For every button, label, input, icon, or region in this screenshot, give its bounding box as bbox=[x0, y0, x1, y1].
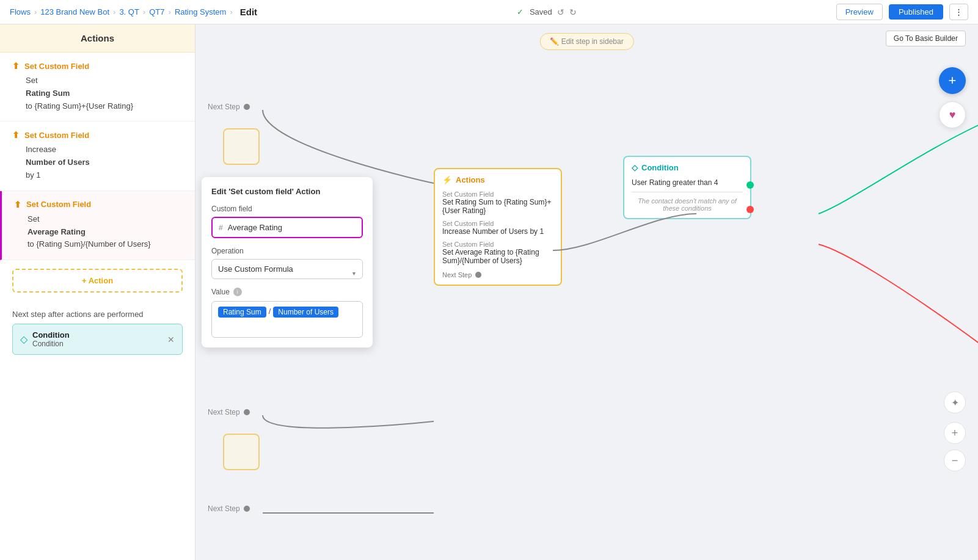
connector-dot-mid bbox=[244, 409, 250, 415]
remove-next-step-button[interactable]: ✕ bbox=[167, 335, 175, 344]
edit-panel-title: Edit 'Set custom field' Action bbox=[211, 187, 363, 196]
custom-field-label: Custom field bbox=[211, 205, 363, 213]
condition-icon-sidebar: ◇ bbox=[20, 333, 27, 345]
breadcrumb-qt7[interactable]: QT7 bbox=[149, 7, 164, 16]
page-title: Edit bbox=[240, 7, 257, 17]
action3-title: ⬆ Set Custom Field bbox=[14, 200, 183, 209]
saved-text: Saved bbox=[530, 7, 552, 16]
next-step-card-subtitle: Condition bbox=[32, 340, 70, 348]
yellow-stub-top bbox=[223, 128, 260, 165]
action-item-1[interactable]: ⬆ Set Custom Field Set Rating Sum to {Ra… bbox=[0, 53, 195, 122]
next-step-label-bottom: Next Step bbox=[208, 504, 250, 513]
node-step-row: Next Step bbox=[442, 271, 553, 278]
saved-check-icon: ✓ bbox=[517, 7, 524, 16]
magic-fab[interactable]: ✦ bbox=[944, 391, 966, 413]
next-step-label-mid: Next Step bbox=[208, 408, 250, 416]
sep4: › bbox=[169, 7, 171, 16]
next-step-label: Next step after actions are performed bbox=[12, 310, 183, 319]
favorite-fab[interactable]: ♥ bbox=[939, 101, 966, 128]
condition-dot-red bbox=[746, 206, 754, 213]
tag-number-users[interactable]: Number of Users bbox=[273, 307, 338, 318]
condition-dot-green bbox=[746, 181, 754, 189]
sep3: › bbox=[143, 7, 145, 16]
yellow-stub-bottom bbox=[223, 434, 260, 470]
action1-body: Set Rating Sum to {Rating Sum}+{User Rat… bbox=[12, 75, 183, 112]
sep1: › bbox=[34, 7, 37, 16]
operation-label: Operation bbox=[211, 247, 363, 255]
edit-hint-text: ✏️ Edit step in sidebar bbox=[550, 37, 623, 46]
hash-icon: # bbox=[219, 224, 223, 232]
breadcrumb-flows[interactable]: Flows bbox=[10, 7, 31, 16]
upload-icon-2: ⬆ bbox=[12, 130, 20, 140]
custom-field-input[interactable]: # Average Rating bbox=[211, 217, 363, 238]
sep2: › bbox=[113, 7, 115, 16]
actions-node-header: ⚡ Actions bbox=[442, 175, 553, 184]
info-icon: i bbox=[233, 288, 242, 296]
operation-select[interactable]: Use Custom Formula Set Increase Decrease bbox=[211, 259, 363, 279]
action2-title: ⬆ Set Custom Field bbox=[12, 130, 183, 140]
zoom-in-fab[interactable]: + bbox=[944, 422, 966, 444]
redo-button[interactable]: ↻ bbox=[569, 7, 577, 17]
action3-body: Set Average Rating to {Rating Sum}/{Numb… bbox=[14, 213, 183, 251]
value-label: Value bbox=[211, 288, 230, 296]
condition-canvas-node[interactable]: ◇ Condition User Rating greater than 4 T… bbox=[623, 156, 751, 219]
actions-step-dot bbox=[475, 272, 481, 278]
sidebar: Actions ⬆ Set Custom Field Set Rating Su… bbox=[0, 24, 195, 560]
undo-button[interactable]: ↺ bbox=[557, 7, 564, 17]
sep5: › bbox=[230, 7, 232, 16]
value-area[interactable]: Rating Sum / Number of Users bbox=[211, 301, 363, 338]
action1-title: ⬆ Set Custom Field bbox=[12, 61, 183, 71]
breadcrumb-rating[interactable]: Rating System bbox=[175, 7, 227, 16]
add-step-fab[interactable]: + bbox=[939, 67, 966, 94]
more-options-button[interactable]: ⋮ bbox=[949, 4, 968, 20]
action-item-3[interactable]: ⬆ Set Custom Field Set Average Rating to… bbox=[0, 191, 195, 260]
connector-dot-top bbox=[244, 104, 250, 110]
zoom-out-fab[interactable]: − bbox=[944, 449, 966, 471]
node-action-1: Set Custom Field Set Rating Sum to {Rati… bbox=[442, 191, 553, 215]
go-basic-button[interactable]: Go To Basic Builder bbox=[886, 31, 966, 46]
sidebar-title: Actions bbox=[0, 24, 195, 53]
add-action-button[interactable]: + Action bbox=[12, 269, 183, 293]
action-item-2[interactable]: ⬆ Set Custom Field Increase Number of Us… bbox=[0, 122, 195, 191]
actions-canvas-node[interactable]: ⚡ Actions Set Custom Field Set Rating Su… bbox=[434, 168, 562, 286]
custom-field-value: Average Rating bbox=[228, 223, 282, 232]
actions-node-title: Actions bbox=[456, 175, 485, 184]
node-action-3: Set Custom Field Set Average Rating to {… bbox=[442, 241, 553, 265]
connector-dot-bottom bbox=[244, 506, 250, 512]
value-label-row: Value i bbox=[211, 288, 363, 296]
edit-step-hint: ✏️ Edit step in sidebar bbox=[539, 33, 633, 50]
upload-icon-3: ⬆ bbox=[14, 200, 21, 209]
next-step-card-left: ◇ Condition Condition bbox=[20, 330, 70, 348]
preview-button[interactable]: Preview bbox=[836, 4, 883, 20]
breadcrumb-bot[interactable]: 123 Brand New Bot bbox=[40, 7, 109, 16]
next-step-section: Next step after actions are performed ◇ … bbox=[0, 301, 195, 363]
save-status: ✓ Saved ↺ ↻ bbox=[517, 7, 577, 17]
breadcrumb-area: Flows › 123 Brand New Bot › 3. QT › QT7 … bbox=[10, 7, 257, 17]
tag-slash: / bbox=[269, 307, 271, 316]
next-step-card-title: Condition bbox=[32, 330, 70, 340]
condition-diamond-icon: ◇ bbox=[632, 163, 638, 172]
canvas: ✏️ Edit step in sidebar Go To Basic Buil… bbox=[195, 24, 978, 560]
tag-rating-sum[interactable]: Rating Sum bbox=[218, 307, 266, 318]
lightning-icon: ⚡ bbox=[442, 175, 452, 184]
condition-text: User Rating greater than 4 bbox=[632, 178, 743, 187]
action2-body: Increase Number of Users by 1 bbox=[12, 144, 183, 181]
upload-icon: ⬆ bbox=[12, 61, 20, 71]
published-button[interactable]: Published bbox=[889, 4, 943, 20]
condition-node-header: ◇ Condition bbox=[632, 163, 743, 172]
condition-node-title: Condition bbox=[641, 163, 679, 172]
condition-no-match-text: The contact doesn't match any of these c… bbox=[632, 197, 743, 212]
breadcrumb-qt[interactable]: 3. QT bbox=[119, 7, 139, 16]
topbar-actions: Preview Published ⋮ bbox=[836, 4, 968, 20]
edit-panel: Edit 'Set custom field' Action Custom fi… bbox=[202, 177, 373, 347]
operation-select-wrapper: Use Custom Formula Set Increase Decrease bbox=[211, 259, 363, 288]
topbar: Flows › 123 Brand New Bot › 3. QT › QT7 … bbox=[0, 0, 978, 24]
next-step-label-top: Next Step bbox=[208, 103, 250, 111]
node-action-2: Set Custom Field Increase Number of User… bbox=[442, 220, 553, 236]
main-layout: Actions ⬆ Set Custom Field Set Rating Su… bbox=[0, 24, 978, 560]
next-step-card[interactable]: ◇ Condition Condition ✕ bbox=[12, 324, 183, 355]
